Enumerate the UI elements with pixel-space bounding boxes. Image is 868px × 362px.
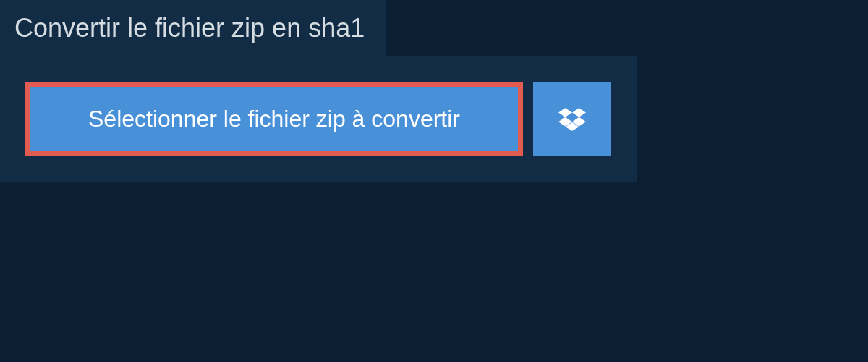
dropbox-button[interactable] (533, 82, 611, 156)
dropbox-icon (558, 106, 586, 133)
page-title: Convertir le fichier zip en sha1 (0, 0, 386, 56)
button-row: Sélectionner le fichier zip à convertir (25, 82, 611, 156)
select-file-button[interactable]: Sélectionner le fichier zip à convertir (25, 82, 523, 156)
select-file-label: Sélectionner le fichier zip à convertir (88, 106, 460, 132)
upload-panel: Sélectionner le fichier zip à convertir (0, 56, 637, 182)
